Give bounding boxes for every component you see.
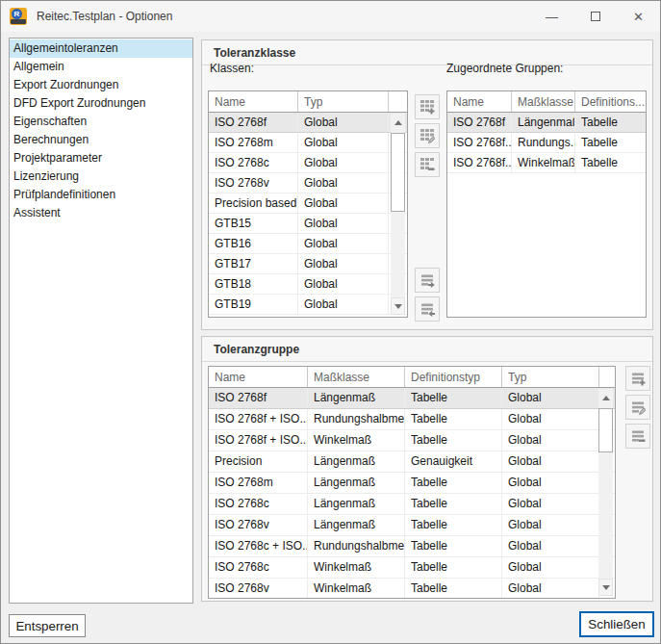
toleranzgruppe-row[interactable]: ISO 2768f + ISO... Winkelmaß Tabelle Glo… (209, 430, 615, 451)
cell-name: ISO 2768c (209, 153, 298, 172)
cell-definitionstyp: Tabelle (405, 579, 502, 599)
klassen-table[interactable]: Name Typ ISO 2768f Global ISO 2768m Glob… (208, 90, 408, 318)
sidebar-item[interactable]: Eigenschaften (10, 113, 192, 131)
zugeordnete-gruppen-table[interactable]: Name Maßklasse Definitions... ISO 2768f … (446, 90, 647, 318)
assign-group-button[interactable] (415, 268, 440, 293)
scroll-down-icon[interactable] (391, 297, 405, 315)
cell-name: GTB19 (209, 295, 298, 314)
toleranzgruppe-row[interactable]: ISO 2768c Längenmaß Tabelle Global (209, 494, 615, 515)
klassen-row[interactable]: GTB17 Global (209, 254, 407, 274)
column-header-massklasse[interactable]: Maßklasse (512, 91, 575, 112)
add-class-button[interactable] (415, 94, 440, 119)
sidebar-item[interactable]: Assistent (10, 204, 192, 222)
cell-definitionstyp: Tabelle (405, 388, 502, 408)
cell-name: ISO 2768f + ISO... (209, 409, 308, 429)
cell-massklasse: Längenmaß (512, 113, 575, 132)
toleranzgruppe-row[interactable]: ISO 2768v Längenmaß Tabelle Global (209, 515, 615, 536)
sidebar-item[interactable]: DFD Export Zurodnungen (10, 94, 192, 113)
cell-typ: Global (502, 409, 599, 429)
cell-name: ISO 2768f (447, 113, 512, 132)
klassen-scrollbar[interactable] (391, 114, 405, 315)
klassen-row[interactable]: ISO 2768m Global (209, 133, 407, 153)
toleranzgruppe-row[interactable]: ISO 2768c + ISO... Rundungshalbme... Tab… (209, 536, 615, 557)
minimize-button[interactable]: — (530, 1, 573, 32)
klassen-row[interactable]: ISO 2768c Global (209, 153, 407, 173)
column-header-name[interactable]: Name (209, 367, 308, 387)
zugeordnete-row[interactable]: ISO 2768f Längenmaß Tabelle (447, 113, 646, 133)
unlock-button[interactable]: Entsperren (9, 614, 86, 637)
scroll-down-icon[interactable] (598, 579, 613, 596)
toleranzgruppe-row[interactable]: Precision Längenmaß Genauigkeit Global (209, 451, 615, 473)
klassen-row[interactable]: GTB18 Global (209, 274, 407, 295)
close-dialog-button-label: Schließen (588, 617, 645, 631)
column-header-definitions[interactable]: Definitions... (575, 91, 646, 112)
cell-massklasse: Rundungshalbme... (308, 409, 405, 429)
cell-definitionstyp: Tabelle (575, 133, 646, 152)
minimize-icon: — (546, 10, 558, 24)
toleranzgruppe-row[interactable]: ISO 2768m Längenmaß Tabelle Global (209, 473, 615, 494)
klassen-row[interactable]: GTB19 Global (209, 295, 407, 315)
cell-massklasse: Winkelmaß (308, 557, 405, 578)
cell-name: GTB17 (209, 254, 298, 273)
cell-typ: Global (502, 430, 599, 451)
list-remove-icon (630, 428, 646, 444)
unlock-button-label: Entsperren (15, 619, 78, 633)
cell-name: ISO 2768m (209, 133, 298, 152)
klassen-row[interactable]: ISO 2768v Global (209, 173, 407, 193)
sidebar-item[interactable]: Lizenzierung (10, 167, 192, 186)
toleranzgruppe-scrollbar[interactable] (598, 389, 613, 596)
edit-group-button[interactable] (625, 395, 650, 420)
toleranzgruppe-row[interactable]: ISO 2768c Winkelmaß Tabelle Global (209, 557, 615, 579)
cell-definitionstyp: Tabelle (405, 515, 502, 535)
titlebar[interactable]: R Reitec.Testplan - Optionen — ✕ (1, 1, 660, 32)
scroll-thumb[interactable] (598, 408, 613, 452)
column-header-typ[interactable]: Typ (502, 367, 599, 387)
klassen-row[interactable]: Precision based Global (209, 193, 407, 214)
zugeordnete-row[interactable]: ISO 2768f... Winkelmaß Tabelle (447, 153, 646, 173)
toleranzgruppe-row[interactable]: ISO 2768f + ISO... Rundungshalbme... Tab… (209, 409, 615, 430)
cell-typ: Global (298, 133, 389, 152)
scroll-up-icon[interactable] (391, 114, 405, 131)
scroll-thumb[interactable] (391, 133, 405, 212)
grid-edit-icon (419, 128, 435, 143)
close-button[interactable]: ✕ (617, 1, 660, 32)
sidebar-item[interactable]: Prüfplandefinitionen (10, 186, 192, 204)
sidebar-item[interactable]: Allgemein (10, 58, 192, 76)
toleranzgruppe-row[interactable]: ISO 2768v Winkelmaß Tabelle Global (209, 579, 615, 599)
column-header-definitionstyp[interactable]: Definitionstyp (405, 367, 502, 387)
remove-class-button[interactable] (415, 152, 440, 177)
unassign-group-button[interactable] (415, 296, 440, 322)
zugeordnete-row[interactable]: ISO 2768f... Rundungs... Tabelle (447, 133, 646, 153)
cell-typ: Global (298, 193, 389, 213)
assign-right-icon (419, 272, 435, 288)
cell-massklasse: Winkelmaß (308, 579, 405, 599)
maximize-button[interactable] (573, 1, 617, 32)
column-header-name[interactable]: Name (209, 91, 298, 112)
column-header-name[interactable]: Name (447, 91, 512, 112)
add-group-button[interactable] (625, 366, 650, 391)
toleranzgruppe-table-body: ISO 2768f Längenmaß Tabelle Global ISO 2… (209, 388, 615, 599)
toleranzgruppe-row[interactable]: ISO 2768f Längenmaß Tabelle Global (209, 388, 615, 409)
klassen-row[interactable]: GTB15 Global (209, 214, 407, 234)
sidebar-item[interactable]: Berechnungen (10, 131, 192, 149)
cell-typ: Global (502, 557, 599, 578)
edit-class-button[interactable] (415, 123, 440, 148)
cell-massklasse: Längenmaß (308, 388, 405, 408)
close-dialog-button[interactable]: Schließen (579, 611, 654, 637)
column-header-typ[interactable]: Typ (298, 91, 389, 112)
remove-group-button[interactable] (625, 424, 650, 449)
klassen-row[interactable]: GTB16 Global (209, 234, 407, 254)
cell-typ: Global (502, 536, 599, 556)
column-header-massklasse[interactable]: Maßklasse (308, 367, 405, 387)
grid-add-icon (419, 99, 435, 115)
category-list[interactable]: Allgemeintoleranzen Allgemein Export Zuo… (9, 38, 193, 604)
cell-name: GTB15 (209, 214, 298, 233)
cell-typ: Global (502, 473, 599, 493)
zugeordnete-gruppen-label: Zugeordnete Gruppen: (446, 62, 563, 75)
scroll-up-icon[interactable] (598, 389, 613, 406)
sidebar-item[interactable]: Projektparameter (10, 149, 192, 167)
klassen-row[interactable]: ISO 2768f Global (209, 113, 407, 133)
sidebar-item[interactable]: Export Zuordnungen (10, 76, 192, 94)
sidebar-item[interactable]: Allgemeintoleranzen (10, 39, 192, 58)
toleranzgruppe-table[interactable]: Name Maßklasse Definitionstyp Typ ISO 27… (208, 366, 616, 599)
